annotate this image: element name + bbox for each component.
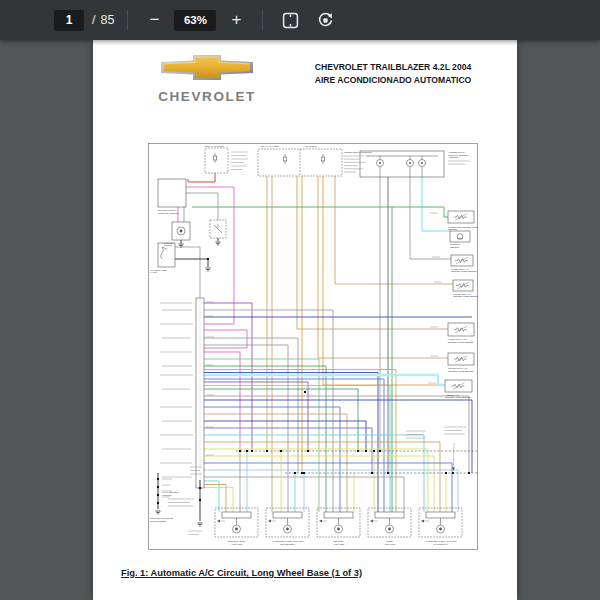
- svg-text:LEFT SIDE OF ENGINE: LEFT SIDE OF ENGINE: [150, 517, 174, 519]
- hvac-module-connector: [196, 298, 204, 488]
- pdf-page: CHEVROLET CHEVROLET TRAILBLAZER 4.2L 200…: [93, 40, 517, 600]
- toolbar-divider: [127, 10, 128, 30]
- page-count-label: 85: [100, 13, 114, 27]
- zoom-out-button[interactable]: −: [141, 7, 167, 33]
- svg-text:MODE: MODE: [386, 540, 393, 542]
- chevrolet-bowtie-icon: [159, 53, 255, 83]
- svg-text:ASSEMBLY: ASSEMBLY: [448, 156, 460, 158]
- svg-text:AIR TEMPERATURE ACTUATOR: AIR TEMPERATURE ACTUATOR: [424, 540, 457, 542]
- svg-text:TEMPERATURE SENSOR: TEMPERATURE SENSOR: [451, 270, 477, 272]
- heater-valve-box: [158, 243, 175, 267]
- brand-text: CHEVROLET: [157, 89, 257, 104]
- svg-text:ACTUATOR: ACTUATOR: [384, 543, 396, 545]
- svg-text:AIR TEMPERATURE ACTUATOR: AIR TEMPERATURE ACTUATOR: [271, 540, 304, 542]
- zoom-level-display: 63%: [174, 10, 216, 31]
- svg-text:TEMPERATURE SENSOR: TEMPERATURE SENSOR: [448, 341, 474, 343]
- pdf-content-area[interactable]: CHEVROLET CHEVROLET TRAILBLAZER 4.2L 200…: [0, 40, 600, 600]
- svg-text:VALVE: VALVE: [150, 271, 157, 273]
- rotate-counterclockwise-icon: [317, 12, 334, 29]
- fuse-title: HOT AT ALL TIMES: [205, 145, 224, 147]
- title-line-1: CHEVROLET TRAILBLAZER 4.2L 2004: [301, 61, 485, 74]
- svg-text:(DRIVER/LEFT): (DRIVER/LEFT): [280, 543, 296, 545]
- svg-text:MOTOR: MOTOR: [164, 244, 172, 246]
- svg-text:SENSOR: SENSOR: [450, 246, 459, 248]
- svg-text:MODULE: MODULE: [162, 494, 172, 496]
- fuse-title: HOT IN RUN: [304, 145, 317, 147]
- blower-module-box: [158, 179, 186, 207]
- svg-text:HEATER WATER: HEATER WATER: [150, 269, 167, 271]
- svg-text:TEMPERATURE SENSOR: TEMPERATURE SENSOR: [448, 370, 474, 372]
- pdf-toolbar: / 85 − 63% +: [0, 0, 600, 40]
- svg-text:SENSOR: SENSOR: [448, 228, 457, 230]
- svg-text:HVAC CONTROL: HVAC CONTROL: [162, 491, 180, 493]
- svg-text:COMPARTMENT: COMPARTMENT: [150, 520, 167, 522]
- svg-text:(PASS/RIGHT): (PASS/RIGHT): [433, 543, 448, 545]
- rotate-button[interactable]: [311, 6, 339, 34]
- document-title: CHEVROLET TRAILBLAZER 4.2L 2004 AIRE ACO…: [301, 61, 485, 86]
- svg-text:ACTUATOR: ACTUATOR: [333, 543, 345, 545]
- fit-page-icon: [282, 12, 299, 29]
- toolbar-divider: [262, 10, 263, 30]
- chevrolet-logo: CHEVROLET: [157, 53, 257, 104]
- wiring-diagram: HOT AT ALL TIMES HOT AT ALL TIMES HOT IN…: [148, 143, 478, 550]
- svg-text:ACTUATOR: ACTUATOR: [231, 543, 243, 545]
- svg-text:SUNLOAD SENSOR: SUNLOAD SENSOR: [448, 154, 468, 156]
- svg-text:BLOWER MOTOR: BLOWER MOTOR: [158, 209, 176, 211]
- svg-text:RECIRCULATION: RECIRCULATION: [228, 540, 246, 542]
- svg-text:CONTROL MODULE: CONTROL MODULE: [158, 212, 179, 214]
- svg-text:TEMPERATURE SENSOR: TEMPERATURE SENSOR: [445, 396, 471, 398]
- title-line-2: AIRE ACONDICIONADO AUTOMATICO: [301, 74, 485, 87]
- fuse-title: HOT AT ALL TIMES: [260, 145, 279, 147]
- zoom-in-button[interactable]: +: [223, 7, 249, 33]
- fit-page-button[interactable]: [276, 6, 304, 34]
- fuse-block-label: UNDERHOOD FUSE BLOCK: [344, 151, 373, 153]
- page-number-input[interactable]: [54, 10, 84, 31]
- page-divider: /: [92, 13, 95, 27]
- svg-text:DEFROST: DEFROST: [333, 540, 344, 542]
- svg-text:AMBIENT LIGHT /: AMBIENT LIGHT /: [448, 151, 466, 153]
- blower-motor-box: [172, 222, 190, 240]
- svg-text:TEMPERATURE SENSOR: TEMPERATURE SENSOR: [453, 295, 478, 297]
- svg-text:BLOWER: BLOWER: [164, 242, 174, 244]
- figure-caption: Fig. 1: Automatic A/C Circuit, Long Whee…: [121, 568, 362, 578]
